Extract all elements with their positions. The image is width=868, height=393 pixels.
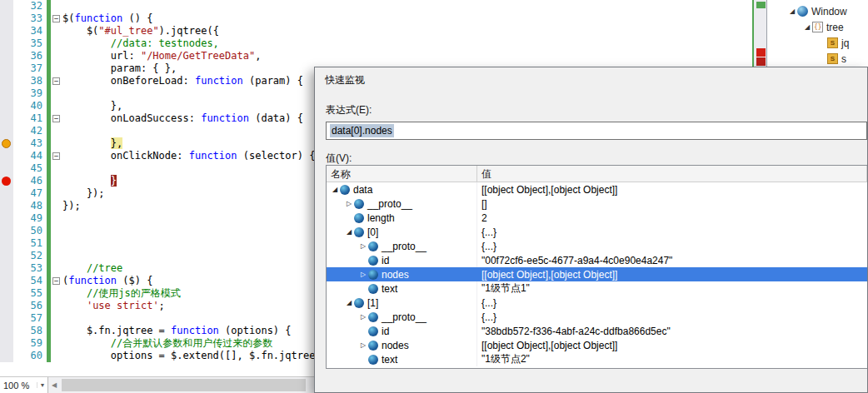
code-token: //data: testnodes, [111,37,219,49]
breakpoint-gutter[interactable] [0,287,13,300]
breakpoint-gutter[interactable] [0,325,13,337]
expanded-icon[interactable]: ◢ [330,186,340,193]
watch-name: id [382,326,389,337]
breakpoint-gutter[interactable] [0,200,13,212]
breakpoint-gutter[interactable] [0,300,13,312]
line-number: 52 [13,250,47,262]
breakpoint-gutter[interactable] [0,237,13,250]
breakpoint-icon[interactable] [2,139,11,148]
watch-row-[0][interactable]: ◢[0]{...} [327,225,867,239]
solution-explorer-item[interactable]: Ss [767,51,868,67]
watch-value: "00f72cf6-ee5c-4677-a9a4-4c0e90e4a247" [477,255,867,266]
watch-row-nodes[interactable]: ▷nodes[[object Object],[object Object]] [327,267,867,281]
solution-explorer-item[interactable]: ◢Window [767,3,868,19]
fold-toggle-icon[interactable]: − [52,77,60,85]
zoom-control[interactable]: 100 % ▼ [0,377,48,393]
code-line[interactable]: 36 url: "/Home/GetTreeData", [0,50,752,62]
expanded-icon[interactable]: ◢ [344,228,354,236]
breakpoint-gutter[interactable] [0,225,13,237]
outline-margin: − [51,12,62,25]
watch-row-id[interactable]: id"00f72cf6-ee5c-4677-a9a4-4c0e90e4a247" [327,253,867,267]
breakpoint-gutter[interactable] [0,112,13,125]
breakpoint-gutter[interactable] [0,137,13,150]
line-number: 40 [13,100,47,112]
watch-row-__proto__[interactable]: ▷__proto__[] [327,196,867,211]
item-label: jq [841,37,849,49]
code-token: function [171,325,219,336]
breakpoint-icon[interactable] [2,177,11,186]
code-token: function [189,150,237,162]
code-token: //合并默认参数和用户传过来的参数 [111,337,272,349]
breakpoint-gutter[interactable] [0,25,13,37]
watch-row-[1][interactable]: ◢[1]{...} [327,296,867,310]
collapsed-icon[interactable]: ▷ [358,313,368,321]
fold-toggle-icon[interactable]: − [52,152,60,160]
watch-row-__proto__[interactable]: ▷__proto__{...} [327,239,867,253]
solution-explorer-item[interactable]: ◢tree [767,19,868,35]
fold-toggle-icon[interactable]: − [52,115,60,122]
watch-row-length[interactable]: length2 [327,211,867,225]
column-header-value[interactable]: 值 [477,166,867,182]
breakpoint-gutter[interactable] [0,162,13,175]
horizontal-scrollbar-thumb[interactable] [62,379,306,391]
collapsed-icon[interactable]: ▷ [344,200,354,207]
breakpoint-gutter[interactable] [0,337,13,350]
collapsed-icon[interactable]: ▷ [358,341,368,349]
watch-row-nodes[interactable]: ▷nodes[[object Object],[object Object]] [327,338,867,352]
watch-row-text[interactable]: text"1级节点2" [327,352,867,366]
code-line[interactable]: 33−$(function () { [0,12,752,25]
expanded-icon[interactable]: ◢ [787,7,797,15]
watch-name-cell: text [327,281,477,296]
expanded-icon[interactable]: ◢ [802,23,812,31]
breakpoint-gutter[interactable] [0,125,13,137]
watch-value: [[object Object],[object Object]] [477,269,867,281]
outline-margin [51,162,62,175]
dialog-title[interactable]: 快速监视 [315,67,867,90]
chevron-down-icon[interactable]: ▼ [37,382,47,388]
object-icon [354,227,364,237]
breakpoint-gutter[interactable] [0,350,13,362]
breakpoint-gutter[interactable] [0,87,13,100]
breakpoint-gutter[interactable] [0,275,13,287]
breakpoint-gutter[interactable] [0,37,13,50]
fold-toggle-icon[interactable]: − [52,277,60,285]
line-number: 58 [13,325,47,337]
solution-explorer-item[interactable]: Sjq [767,35,868,51]
watch-row-__proto__[interactable]: ▷__proto__{...} [327,310,867,324]
column-header-name[interactable]: 名称 [327,166,477,182]
code-line[interactable]: 32 [0,0,752,12]
expanded-icon[interactable]: ◢ [344,299,354,306]
breakpoint-gutter[interactable] [0,50,13,62]
breakpoint-gutter[interactable] [0,187,13,200]
breakpoint-gutter[interactable] [0,75,13,87]
breakpoint-gutter[interactable] [0,262,13,275]
breakpoint-gutter[interactable] [0,62,13,75]
breakpoint-gutter[interactable] [0,175,13,187]
code-line[interactable]: 34 $("#ul_tree").jqtree({ [0,25,752,37]
js-file-icon: S [827,37,838,48]
fold-toggle-icon[interactable]: − [52,15,60,22]
breakpoint-gutter[interactable] [0,12,13,25]
outline-margin [51,312,62,325]
object-icon [354,199,364,209]
code-line[interactable]: 35 //data: testnodes, [0,37,752,50]
watch-row-id[interactable]: id"38bdb572-f336-4abf-a24c-ddfba866d5ec" [327,324,867,338]
breakpoint-gutter[interactable] [0,150,13,162]
breakpoint-gutter[interactable] [0,250,13,262]
watch-row-data[interactable]: ◢data[[object Object],[object Object]] [327,182,867,196]
watch-row-text[interactable]: text"1级节点1" [327,281,867,296]
code-token: "/Home/GetTreeData" [141,50,255,62]
code-token [62,175,111,187]
expression-input[interactable]: data[0].nodes [326,122,867,140]
indent-spacer [327,231,344,232]
scroll-left-arrow-icon[interactable]: ◀ [48,377,60,393]
breakpoint-gutter[interactable] [0,0,13,12]
outline-margin [51,250,62,262]
breakpoint-gutter[interactable] [0,212,13,225]
breakpoint-gutter[interactable] [0,100,13,112]
watch-value: [[object Object],[object Object]] [477,184,867,196]
collapsed-icon[interactable]: ▷ [358,271,368,278]
collapsed-icon[interactable]: ▷ [358,242,368,250]
breakpoint-gutter[interactable] [0,312,13,325]
watch-name-cell: ◢[0] [327,225,477,239]
